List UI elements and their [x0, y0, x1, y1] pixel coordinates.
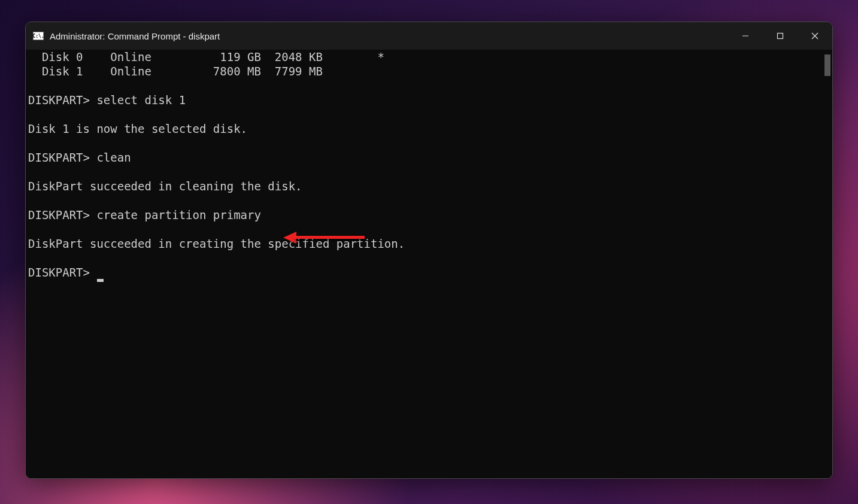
terminal-line: DiskPart succeeded in cleaning the disk. — [28, 179, 830, 193]
terminal-line: DISKPART> create partition primary — [28, 208, 830, 222]
window-controls — [728, 22, 832, 50]
cmd-icon: C:\. — [33, 32, 44, 40]
terminal-line: DISKPART> clean — [28, 150, 830, 165]
close-button[interactable] — [798, 22, 832, 50]
terminal-line — [28, 136, 830, 150]
minimize-button[interactable] — [728, 22, 763, 50]
svg-rect-1 — [778, 34, 783, 39]
terminal-line: DISKPART> select disk 1 — [28, 93, 830, 107]
terminal-line: DiskPart succeeded in creating the speci… — [28, 236, 830, 251]
terminal-line: Disk 0 Online 119 GB 2048 KB * — [28, 50, 830, 64]
text-cursor — [97, 279, 104, 282]
terminal-line — [28, 222, 830, 236]
terminal-line: DISKPART> — [28, 265, 830, 280]
terminal-line — [28, 251, 830, 265]
terminal-line — [28, 193, 830, 208]
terminal-line: Disk 1 is now the selected disk. — [28, 122, 830, 136]
terminal-line — [28, 78, 830, 93]
maximize-button[interactable] — [763, 22, 798, 50]
terminal-line: Disk 1 Online 7800 MB 7799 MB — [28, 64, 830, 78]
titlebar[interactable]: C:\. Administrator: Command Prompt - dis… — [26, 22, 832, 50]
window-title: Administrator: Command Prompt - diskpart — [50, 31, 220, 41]
terminal-line — [28, 107, 830, 122]
terminal-line — [28, 165, 830, 179]
command-prompt-window: C:\. Administrator: Command Prompt - dis… — [25, 22, 833, 479]
scrollbar-thumb[interactable] — [824, 54, 830, 76]
terminal-output[interactable]: Disk 0 Online 119 GB 2048 KB * Disk 1 On… — [26, 50, 832, 478]
